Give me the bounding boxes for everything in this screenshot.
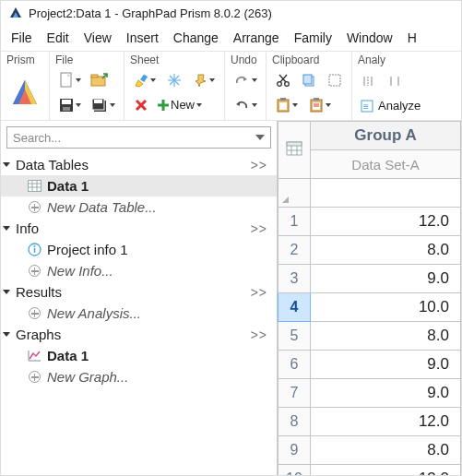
data-cell[interactable]: 8.0: [311, 322, 461, 351]
delete-sheet-button[interactable]: [130, 94, 152, 116]
plus-icon: [27, 370, 41, 385]
toolgroup-undo: Undo: [225, 52, 267, 120]
menu-insert[interactable]: Insert: [120, 29, 165, 47]
row-header[interactable]: 9: [278, 436, 311, 465]
analysis-opt2-button[interactable]: [384, 70, 406, 92]
toolgroup-file-label: File: [55, 54, 118, 68]
tree-item-new-data-table[interactable]: New Data Table...: [1, 196, 277, 218]
menu-edit[interactable]: Edit: [41, 29, 76, 47]
data-grid[interactable]: Group A Data Set-A 112.028.039.0410.058.…: [278, 121, 461, 475]
row-header[interactable]: 10: [278, 465, 311, 476]
chevron-down-icon: [3, 162, 10, 167]
titlebar: Project2:Data 1 - GraphPad Prism 8.0.2 (…: [1, 1, 461, 25]
toolgroup-sheet: Sheet New: [124, 52, 225, 120]
analysis-opt1-button[interactable]: [358, 70, 380, 92]
graph-icon: [27, 349, 41, 363]
expander-icon[interactable]: >>: [251, 285, 267, 300]
tree-item-project-info[interactable]: Project info 1: [1, 239, 277, 260]
tree-item-graph-data1[interactable]: Data 1: [1, 345, 277, 366]
select-button[interactable]: [324, 69, 346, 91]
row-header[interactable]: 2: [278, 236, 311, 265]
data-cell[interactable]: 13.0: [311, 465, 461, 476]
analyze-button[interactable]: ≡ Analyze: [358, 97, 422, 115]
toolgroup-analysis-label: Analy: [358, 54, 422, 68]
svg-marker-23: [195, 75, 206, 87]
search-input[interactable]: Search...: [6, 126, 271, 149]
data-cell[interactable]: 9.0: [311, 265, 461, 293]
tree-item-new-analysis[interactable]: New Analysis...: [1, 303, 277, 324]
new-sheet-button[interactable]: New: [156, 98, 202, 113]
redo-button[interactable]: [231, 69, 260, 91]
section-info[interactable]: Info >>: [1, 218, 277, 239]
data-cell[interactable]: 8.0: [311, 436, 461, 465]
section-graphs[interactable]: Graphs >>: [1, 324, 277, 345]
table-options-button[interactable]: [278, 122, 311, 179]
toolgroup-file: File: [50, 52, 124, 120]
expander-icon[interactable]: >>: [251, 327, 267, 342]
tree-item-new-info[interactable]: New Info...: [1, 260, 277, 281]
menu-help[interactable]: H: [401, 29, 423, 47]
row-header[interactable]: 1: [278, 208, 311, 236]
menu-family[interactable]: Family: [288, 29, 338, 47]
search-placeholder: Search...: [13, 131, 61, 145]
svg-marker-28: [243, 77, 247, 81]
svg-rect-35: [303, 75, 312, 84]
highlight-button[interactable]: [130, 69, 160, 91]
toolgroup-sheet-label: Sheet: [130, 54, 219, 68]
menu-arrange[interactable]: Arrange: [227, 29, 286, 47]
row-header[interactable]: 6: [278, 351, 311, 379]
chevron-down-icon: [3, 332, 10, 337]
save-all-button[interactable]: [89, 94, 118, 116]
data-cell[interactable]: 10.0: [311, 293, 461, 322]
row-header[interactable]: 7: [278, 379, 311, 408]
open-file-button[interactable]: [89, 69, 111, 91]
paste-special-button[interactable]: [305, 94, 335, 116]
svg-rect-36: [329, 75, 340, 86]
cut-button[interactable]: [272, 69, 294, 91]
menubar: File Edit View Insert Change Arrange Fam…: [1, 25, 461, 51]
menu-change[interactable]: Change: [167, 29, 225, 47]
data-cell[interactable]: 9.0: [311, 351, 461, 379]
navigator-tree: Data Tables >> Data 1 New Data Table... …: [1, 154, 277, 475]
prism-logo-button[interactable]: [6, 69, 43, 115]
chevron-down-icon: [3, 290, 10, 294]
column-group-header[interactable]: Group A: [311, 122, 461, 150]
pin-button[interactable]: [189, 69, 219, 91]
svg-rect-39: [279, 102, 287, 110]
tree-item-new-graph[interactable]: New Graph...: [1, 366, 277, 387]
blank-cell[interactable]: [311, 179, 461, 208]
tree-item-data1[interactable]: Data 1: [1, 175, 277, 196]
menu-view[interactable]: View: [77, 29, 118, 47]
save-button[interactable]: [55, 94, 85, 116]
data-cell[interactable]: 8.0: [311, 236, 461, 265]
column-sub-header[interactable]: Data Set-A: [311, 150, 461, 179]
row-header[interactable]: 4: [278, 293, 311, 322]
row-header[interactable]: 8: [278, 408, 311, 436]
svg-marker-52: [255, 135, 265, 140]
plus-icon: [27, 264, 41, 279]
window-title: Project2:Data 1 - GraphPad Prism 8.0.2 (…: [29, 6, 272, 20]
data-cell[interactable]: 12.0: [311, 408, 461, 436]
row-header-gutter[interactable]: [278, 179, 311, 208]
menu-window[interactable]: Window: [340, 29, 399, 47]
expander-icon[interactable]: >>: [251, 221, 267, 236]
new-file-button[interactable]: [55, 69, 85, 91]
menu-file[interactable]: File: [5, 29, 39, 47]
info-icon: [27, 243, 41, 257]
data-cell[interactable]: 9.0: [311, 379, 461, 408]
toolbar: Prism File: [1, 51, 461, 121]
svg-point-30: [278, 81, 282, 86]
table-icon: [27, 179, 41, 194]
undo-button[interactable]: [231, 94, 260, 116]
app-icon: [8, 6, 23, 20]
row-header[interactable]: 5: [278, 322, 311, 351]
toolgroup-clipboard: Clipboard: [267, 52, 352, 120]
expander-icon[interactable]: >>: [251, 158, 267, 173]
paste-button[interactable]: [272, 94, 302, 116]
freeze-button[interactable]: [163, 69, 185, 91]
row-header[interactable]: 3: [278, 265, 311, 293]
copy-button[interactable]: [298, 69, 320, 91]
section-data-tables[interactable]: Data Tables >>: [1, 154, 277, 175]
data-cell[interactable]: 12.0: [311, 208, 461, 236]
section-results[interactable]: Results >>: [1, 281, 277, 303]
